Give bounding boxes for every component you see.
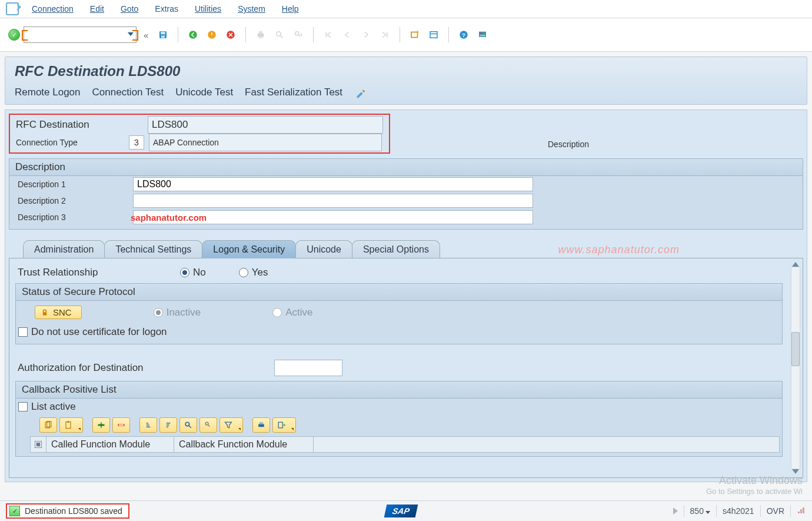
svg-line-10 bbox=[281, 36, 283, 38]
page-title: RFC Destination LDS800 bbox=[5, 57, 807, 83]
app-toolbar: Remote Logon Connection Test Unicode Tes… bbox=[5, 83, 807, 104]
command-field[interactable] bbox=[24, 26, 137, 43]
tab-technical-settings[interactable]: Technical Settings bbox=[104, 240, 202, 258]
menu-utilities[interactable]: Utilities bbox=[188, 2, 228, 16]
unicode-test-button[interactable]: Unicode Test bbox=[175, 87, 233, 98]
paste-icon[interactable] bbox=[59, 417, 83, 433]
menu-system[interactable]: System bbox=[231, 2, 272, 16]
window-menu-icon[interactable] bbox=[6, 2, 19, 15]
fast-serialization-test-button[interactable]: Fast Serialization Test bbox=[245, 87, 342, 98]
description2-label: Description 2 bbox=[18, 196, 129, 205]
trust-no-radio[interactable]: No bbox=[180, 267, 206, 278]
status-success-icon: ✓ bbox=[9, 506, 20, 516]
col-called-fm[interactable]: Called Function Module bbox=[46, 437, 174, 452]
help-icon[interactable]: ? bbox=[456, 27, 471, 42]
new-session-icon[interactable] bbox=[407, 27, 422, 42]
exit-icon[interactable] bbox=[204, 27, 219, 42]
description1-input[interactable] bbox=[133, 177, 533, 191]
find-next-in-table-icon[interactable] bbox=[199, 417, 217, 433]
svg-rect-7 bbox=[259, 31, 262, 34]
tab-special-options[interactable]: Special Options bbox=[352, 240, 440, 258]
status-client[interactable]: 850 bbox=[690, 506, 710, 516]
connection-type-code[interactable]: 3 bbox=[129, 135, 144, 150]
auth-label: Authorization for Destination bbox=[18, 362, 182, 374]
sort-desc-icon[interactable] bbox=[159, 417, 177, 433]
svg-rect-34 bbox=[258, 424, 264, 427]
print-table-icon[interactable] bbox=[252, 417, 270, 433]
list-active-checkbox[interactable]: List active bbox=[18, 401, 76, 413]
svg-rect-14 bbox=[430, 32, 437, 38]
description1-label: Description 1 bbox=[18, 180, 129, 189]
tab-unicode[interactable]: Unicode bbox=[295, 240, 352, 258]
first-page-icon bbox=[321, 27, 336, 42]
snc-active-radio: Active bbox=[272, 307, 312, 318]
svg-line-12 bbox=[298, 35, 300, 36]
svg-line-33 bbox=[208, 424, 209, 426]
menu-goto[interactable]: Goto bbox=[114, 2, 145, 16]
status-signal-icon[interactable] bbox=[797, 506, 806, 516]
tab-administration[interactable]: Administration bbox=[23, 240, 105, 258]
panel-scrollbar[interactable] bbox=[790, 260, 801, 476]
export-icon[interactable] bbox=[272, 417, 296, 433]
connection-test-button[interactable]: Connection Test bbox=[92, 87, 164, 98]
tab-watermark: www.saphanatutor.com bbox=[558, 244, 680, 256]
description-side-label: Description bbox=[544, 137, 622, 151]
menu-connection[interactable]: Connection bbox=[25, 2, 81, 16]
scroll-thumb[interactable] bbox=[791, 332, 800, 366]
save-icon[interactable] bbox=[155, 27, 171, 42]
chevron-left-double-icon[interactable]: « bbox=[144, 30, 148, 40]
delete-row-icon[interactable] bbox=[112, 417, 130, 433]
remote-logon-button[interactable]: Remote Logon bbox=[15, 87, 81, 98]
prev-page-icon bbox=[340, 27, 355, 42]
col-callback-fm[interactable]: Callback Function Module bbox=[174, 437, 314, 452]
description2-input[interactable] bbox=[133, 194, 533, 208]
statusbar: ✓ Destination LDS800 saved SAP 850 s4h20… bbox=[0, 500, 812, 521]
filter-icon[interactable] bbox=[219, 417, 243, 433]
configure-icon[interactable] bbox=[354, 87, 367, 98]
secure-protocol-title: Status of Secure Protocol bbox=[16, 284, 782, 301]
sap-logo: SAP bbox=[384, 505, 418, 517]
status-insert-mode[interactable]: OVR bbox=[767, 506, 784, 516]
description3-input[interactable] bbox=[133, 210, 533, 224]
svg-rect-22 bbox=[43, 312, 46, 316]
gui-options-icon[interactable] bbox=[475, 27, 490, 42]
status-message: Destination LDS800 saved bbox=[25, 506, 122, 516]
status-message-box: ✓ Destination LDS800 saved bbox=[6, 503, 129, 519]
auth-input[interactable] bbox=[274, 360, 342, 376]
svg-point-11 bbox=[295, 32, 299, 35]
scroll-up-icon[interactable] bbox=[792, 262, 799, 267]
menu-extras[interactable]: Extras bbox=[148, 2, 185, 16]
trust-yes-radio[interactable]: Yes bbox=[239, 267, 268, 278]
cancel-icon[interactable] bbox=[223, 27, 238, 42]
svg-rect-13 bbox=[411, 32, 418, 38]
no-cert-checkbox[interactable]: Do not use certificate for logon bbox=[18, 326, 167, 338]
scroll-down-icon[interactable] bbox=[792, 469, 799, 474]
menu-help[interactable]: Help bbox=[275, 2, 306, 16]
callback-table-header: Called Function Module Callback Function… bbox=[30, 436, 780, 453]
copy-icon[interactable] bbox=[39, 417, 57, 433]
description-group: Description Description 1 Description 2 … bbox=[9, 158, 803, 230]
callback-toolbar bbox=[16, 415, 782, 435]
command-input[interactable] bbox=[24, 30, 136, 39]
tab-logon-security[interactable]: Logon & Security bbox=[202, 240, 296, 258]
back-icon[interactable] bbox=[185, 27, 201, 42]
rfc-destination-label: RFC Destination bbox=[12, 117, 148, 133]
insert-row-icon[interactable] bbox=[92, 417, 110, 433]
next-page-icon bbox=[358, 27, 374, 42]
snc-button[interactable]: SNC bbox=[35, 306, 82, 319]
find-in-table-icon[interactable] bbox=[179, 417, 197, 433]
title-area: RFC Destination LDS800 Remote Logon Conn… bbox=[5, 57, 807, 105]
command-dropdown-icon[interactable] bbox=[128, 32, 134, 36]
svg-rect-1 bbox=[161, 32, 166, 35]
sort-asc-icon[interactable] bbox=[139, 417, 157, 433]
svg-rect-18 bbox=[479, 32, 486, 37]
layout-icon[interactable] bbox=[426, 27, 441, 42]
enter-button[interactable]: ✓ bbox=[8, 29, 20, 41]
connection-type-label: Connection Type bbox=[12, 135, 129, 150]
menu-edit[interactable]: Edit bbox=[83, 2, 111, 16]
svg-rect-26 bbox=[67, 422, 69, 423]
status-expand-icon[interactable] bbox=[673, 507, 678, 515]
rfc-destination-value[interactable]: LDS800 bbox=[148, 116, 383, 134]
select-all-icon[interactable] bbox=[31, 437, 46, 452]
description-group-title: Description bbox=[9, 159, 803, 176]
